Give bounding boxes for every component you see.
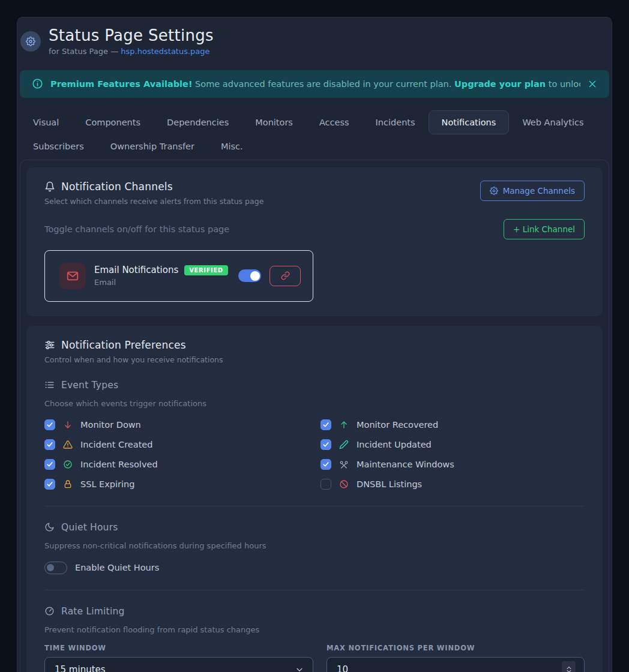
gauge-icon [44, 606, 55, 616]
event-type-monitor-recovered[interactable]: Monitor Recovered [321, 419, 585, 431]
event-types-title: Event Types [61, 380, 118, 391]
arrow-up-icon [339, 420, 349, 430]
tab-dependencies[interactable]: Dependencies [154, 110, 242, 134]
check-circle-icon [62, 460, 73, 469]
tab-misc[interactable]: Misc. [208, 134, 256, 158]
notifications-tab-content: Notification Channels Select which chann… [20, 160, 609, 672]
checkbox[interactable] [321, 459, 331, 470]
max-notifications-input[interactable] [337, 664, 562, 672]
toggle-knob [250, 271, 260, 281]
event-type-monitor-down[interactable]: Monitor Down [44, 419, 321, 431]
quiet-hours-toggle[interactable] [44, 562, 67, 574]
toggle-knob [47, 564, 54, 571]
tab-subscribers[interactable]: Subscribers [20, 134, 97, 158]
chevron-down-icon [295, 665, 304, 672]
banner-text: Premium Features Available! Some advance… [50, 79, 580, 89]
checkbox[interactable] [321, 419, 331, 430]
event-types-description: Choose which events trigger notification… [44, 399, 585, 408]
divider [44, 506, 585, 506]
time-window-label: TIME WINDOW [44, 644, 313, 652]
sliders-icon [44, 340, 55, 350]
rate-limiting-title: Rate Limiting [61, 606, 124, 617]
event-label: Incident Created [80, 440, 152, 449]
tab-incidents[interactable]: Incidents [363, 110, 429, 134]
banner-end: to unlock them. [546, 79, 580, 89]
channels-title: Notification Channels [61, 181, 173, 193]
link-icon [281, 271, 290, 280]
info-icon [32, 78, 43, 89]
warning-triangle-icon [62, 440, 73, 449]
banner-bold: Premium Features Available! [50, 79, 193, 89]
tab-list: VisualComponentsDependenciesMonitorsAcce… [20, 110, 609, 158]
event-type-dnsbl-listings[interactable]: DNSBL Listings [321, 478, 585, 490]
event-label: Incident Updated [357, 440, 432, 449]
preferences-title: Notification Preferences [61, 339, 186, 351]
close-icon[interactable] [588, 79, 597, 89]
link-channel-label: + Link Channel [513, 224, 575, 234]
quiet-hours-title: Quiet Hours [61, 522, 118, 533]
tab-access[interactable]: Access [306, 110, 363, 134]
stepper-icon[interactable] [562, 661, 576, 672]
checkbox[interactable] [44, 479, 55, 490]
event-label: SSL Expiring [80, 479, 134, 489]
event-type-incident-updated[interactable]: Incident Updated [321, 439, 585, 451]
subtitle-prefix: for Status Page — [49, 47, 121, 56]
event-label: Incident Resolved [80, 460, 158, 469]
tools-icon [339, 460, 349, 469]
toggle-hint-text: Toggle channels on/off for this status p… [44, 224, 229, 234]
email-channel-toggle[interactable] [238, 269, 261, 282]
arrow-down-icon [62, 420, 73, 430]
quiet-hours-description: Suppress non-critical notifications duri… [44, 541, 585, 550]
checkbox[interactable] [321, 439, 331, 450]
status-page-settings-panel: Status Page Settings for Status Page — h… [17, 17, 612, 672]
event-type-incident-created[interactable]: Incident Created [44, 439, 321, 451]
upgrade-plan-link[interactable]: Upgrade your plan [454, 79, 546, 89]
manage-channels-label: Manage Channels [503, 186, 575, 196]
banner-mid: Some advanced features are disabled in y… [193, 79, 455, 89]
checkbox[interactable] [44, 439, 55, 450]
gear-icon [490, 187, 498, 195]
ban-icon [339, 479, 349, 489]
tab-web-analytics[interactable]: Web Analytics [509, 110, 597, 134]
time-window-value: 15 minutes [55, 664, 106, 672]
time-window-select[interactable]: 15 minutes [44, 657, 313, 672]
event-label: Monitor Down [80, 420, 141, 430]
lock-icon [62, 479, 73, 489]
quiet-hours-toggle-label: Enable Quiet Hours [75, 563, 159, 572]
bell-icon [44, 181, 55, 192]
premium-banner: Premium Features Available! Some advance… [20, 70, 609, 98]
max-notifications-field [327, 657, 585, 672]
tab-monitors[interactable]: Monitors [242, 110, 306, 134]
rate-limiting-description: Prevent notification flooding from rapid… [44, 625, 585, 634]
manage-channels-button[interactable]: Manage Channels [480, 181, 585, 201]
rate-limiting-section: Rate Limiting Prevent notification flood… [44, 606, 585, 672]
event-grid: Monitor DownMonitor RecoveredIncident Cr… [44, 419, 585, 490]
event-label: DNSBL Listings [357, 479, 422, 489]
channels-subtitle: Select which channels receive alerts fro… [44, 197, 263, 206]
unlink-channel-button[interactable] [269, 266, 301, 286]
preferences-subtitle: Control when and how you receive notific… [44, 355, 223, 364]
page-subtitle: for Status Page — hsp.hostedstatus.page [49, 47, 214, 56]
link-channel-button[interactable]: + Link Channel [504, 219, 585, 239]
checkbox[interactable] [44, 419, 55, 430]
tab-notifications[interactable]: Notifications [429, 110, 510, 134]
tab-ownership-transfer[interactable]: Ownership Transfer [97, 134, 208, 158]
checkbox[interactable] [44, 459, 55, 470]
list-icon [44, 380, 55, 390]
checkbox[interactable] [321, 479, 331, 490]
notification-preferences-card: Notification Preferences Control when an… [26, 326, 603, 672]
envelope-icon [59, 263, 86, 289]
event-label: Maintenance Windows [357, 460, 454, 469]
event-type-maintenance-windows[interactable]: Maintenance Windows [321, 458, 585, 470]
status-page-link[interactable]: hsp.hostedstatus.page [121, 47, 209, 56]
event-type-ssl-expiring[interactable]: SSL Expiring [44, 478, 321, 490]
notification-channels-card: Notification Channels Select which chann… [26, 167, 603, 316]
event-type-incident-resolved[interactable]: Incident Resolved [44, 458, 321, 470]
tab-visual[interactable]: Visual [20, 110, 72, 134]
divider [44, 590, 585, 590]
moon-icon [44, 522, 55, 532]
tab-components[interactable]: Components [72, 110, 154, 134]
page-title: Status Page Settings [49, 27, 214, 45]
email-channel-card: Email Notifications VERIFIED Email [44, 250, 313, 302]
channel-type: Email [94, 278, 228, 287]
